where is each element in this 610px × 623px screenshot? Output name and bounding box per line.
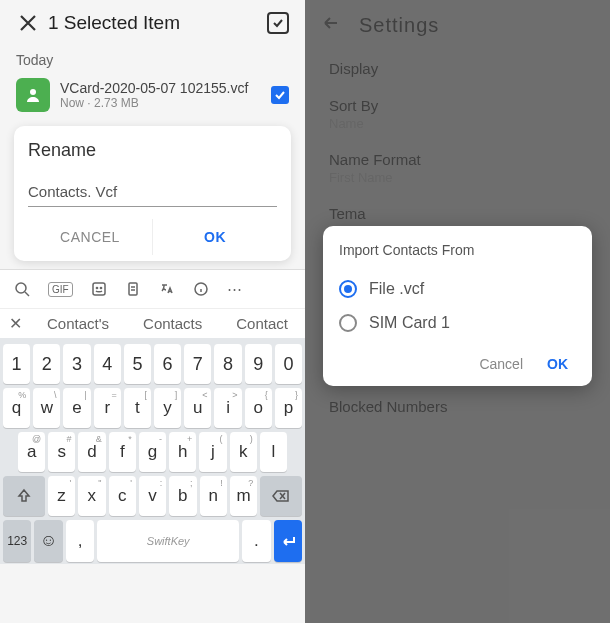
- key-z[interactable]: z': [48, 476, 75, 516]
- key-g[interactable]: g-: [139, 432, 166, 472]
- file-meta: Now · 2.73 MB: [60, 96, 261, 110]
- comma-key[interactable]: ,: [66, 520, 94, 562]
- key-5[interactable]: 5: [124, 344, 151, 384]
- svg-rect-5: [129, 283, 137, 295]
- setting-value: First Name: [329, 170, 586, 185]
- key-3[interactable]: 3: [63, 344, 90, 384]
- enter-key[interactable]: [274, 520, 302, 562]
- close-icon[interactable]: [16, 11, 40, 35]
- period-key[interactable]: .: [242, 520, 270, 562]
- setting-item[interactable]: Name FormatFirst Name: [305, 141, 610, 195]
- gif-icon[interactable]: GIF: [48, 282, 73, 297]
- rename-ok-button[interactable]: OK: [153, 219, 277, 255]
- setting-label: Blocked Numbers: [329, 398, 586, 415]
- key-m[interactable]: m?: [230, 476, 257, 516]
- import-option-file[interactable]: File .vcf: [339, 272, 576, 306]
- setting-label: Display: [329, 60, 586, 77]
- key-7[interactable]: 7: [184, 344, 211, 384]
- setting-label: Tema: [329, 205, 586, 222]
- select-all-checkbox[interactable]: [267, 12, 289, 34]
- key-w[interactable]: w\: [33, 388, 60, 428]
- key-6[interactable]: 6: [154, 344, 181, 384]
- setting-item[interactable]: Blocked Numbers: [305, 388, 610, 425]
- rename-input[interactable]: [28, 179, 277, 207]
- clipboard-icon[interactable]: [125, 281, 141, 297]
- key-v[interactable]: v:: [139, 476, 166, 516]
- key-o[interactable]: o{: [245, 388, 272, 428]
- rename-cancel-button[interactable]: CANCEL: [28, 219, 153, 255]
- key-a[interactable]: a@: [18, 432, 45, 472]
- key-k[interactable]: k): [230, 432, 257, 472]
- emoji-key[interactable]: ☺: [34, 520, 62, 562]
- back-icon[interactable]: [321, 13, 345, 37]
- key-n[interactable]: n!: [200, 476, 227, 516]
- key-y[interactable]: y]: [154, 388, 181, 428]
- setting-label: Sort By: [329, 97, 586, 114]
- keyboard-toolbar: GIF ⋯: [0, 269, 305, 308]
- rename-title: Rename: [28, 140, 277, 161]
- key-t[interactable]: t[: [124, 388, 151, 428]
- svg-point-4: [100, 287, 101, 288]
- key-l[interactable]: l: [260, 432, 287, 472]
- svg-point-3: [96, 287, 97, 288]
- header-title: 1 Selected Item: [48, 12, 267, 34]
- key-q[interactable]: q%: [3, 388, 30, 428]
- space-key[interactable]: SwiftKey: [97, 520, 239, 562]
- key-1[interactable]: 1: [3, 344, 30, 384]
- key-d[interactable]: d&: [78, 432, 105, 472]
- info-icon[interactable]: [193, 281, 209, 297]
- key-2[interactable]: 2: [33, 344, 60, 384]
- settings-title: Settings: [359, 14, 439, 37]
- setting-item[interactable]: Display: [305, 50, 610, 87]
- import-cancel-button[interactable]: Cancel: [479, 356, 523, 372]
- section-today: Today: [0, 46, 305, 72]
- key-p[interactable]: p}: [275, 388, 302, 428]
- contact-file-icon: [16, 78, 50, 112]
- svg-point-0: [30, 89, 36, 95]
- translate-icon[interactable]: [159, 281, 175, 297]
- suggestion-item[interactable]: Contact: [236, 315, 288, 332]
- import-title: Import Contacts From: [339, 242, 576, 258]
- key-u[interactable]: u<: [184, 388, 211, 428]
- key-4[interactable]: 4: [94, 344, 121, 384]
- setting-item[interactable]: Sort ByName: [305, 87, 610, 141]
- suggestion-item[interactable]: Contact's: [47, 315, 109, 332]
- setting-label: Name Format: [329, 151, 586, 168]
- key-h[interactable]: h+: [169, 432, 196, 472]
- numbers-key[interactable]: 123: [3, 520, 31, 562]
- radio-icon: [339, 314, 357, 332]
- import-dialog: Import Contacts From File .vcf SIM Card …: [323, 226, 592, 386]
- key-c[interactable]: c': [109, 476, 136, 516]
- backspace-key[interactable]: [260, 476, 302, 516]
- key-x[interactable]: x": [78, 476, 105, 516]
- key-e[interactable]: e|: [63, 388, 90, 428]
- key-r[interactable]: r=: [94, 388, 121, 428]
- import-option-sim[interactable]: SIM Card 1: [339, 306, 576, 340]
- more-icon[interactable]: ⋯: [227, 280, 242, 298]
- radio-selected-icon: [339, 280, 357, 298]
- sticker-icon[interactable]: [91, 281, 107, 297]
- import-ok-button[interactable]: OK: [547, 356, 568, 372]
- key-j[interactable]: j(: [199, 432, 226, 472]
- key-s[interactable]: s#: [48, 432, 75, 472]
- shift-key[interactable]: [3, 476, 45, 516]
- svg-point-1: [16, 283, 26, 293]
- rename-dialog: Rename CANCEL OK: [14, 126, 291, 261]
- file-row[interactable]: VCard-2020-05-07 102155.vcf Now · 2.73 M…: [0, 72, 305, 118]
- setting-value: Name: [329, 116, 586, 131]
- key-0[interactable]: 0: [275, 344, 302, 384]
- svg-rect-2: [93, 283, 105, 295]
- key-9[interactable]: 9: [245, 344, 272, 384]
- search-icon[interactable]: [14, 281, 30, 297]
- key-b[interactable]: b;: [169, 476, 196, 516]
- key-8[interactable]: 8: [214, 344, 241, 384]
- keyboard: 1234567890 q%w\e|r=t[y]u<i>o{p} a@s#d&f*…: [0, 338, 305, 564]
- suggestions-close-icon[interactable]: ✕: [0, 314, 30, 333]
- file-name: VCard-2020-05-07 102155.vcf: [60, 80, 261, 96]
- key-i[interactable]: i>: [214, 388, 241, 428]
- file-checkbox[interactable]: [271, 86, 289, 104]
- key-f[interactable]: f*: [109, 432, 136, 472]
- suggestion-item[interactable]: Contacts: [143, 315, 202, 332]
